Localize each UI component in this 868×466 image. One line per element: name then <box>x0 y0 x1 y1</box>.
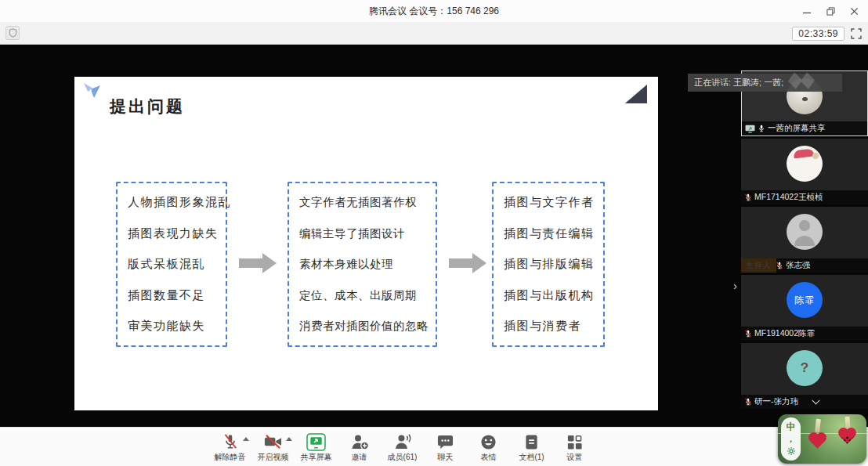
heart-decoration <box>840 429 854 443</box>
toolbar-label: 解除静音 <box>215 452 246 463</box>
problem-box-3: 插图与文字作者 插图与责任编辑 插图与排版编辑 插图与出版机构 插图与消费者 <box>492 182 605 347</box>
toolbar-label: 聊天 <box>438 452 454 463</box>
slide-logo-icon <box>81 81 103 104</box>
toolbar-label: 邀请 <box>352 452 367 463</box>
video-tile[interactable]: ? 研一-张力玮 <box>741 343 868 409</box>
speaking-banner-text: 正在讲话: 王鹏涛; 一茜; <box>694 77 783 89</box>
video-tile[interactable]: 陈霏 MF1914002陈霏 <box>741 275 868 341</box>
video-tile-host[interactable]: 主持人 张志强 <box>741 207 868 273</box>
window-title: 腾讯会议 会议号：156 746 296 <box>369 5 499 18</box>
participant-name: 研一-张力玮 <box>754 396 798 407</box>
box-item: 审美功能缺失 <box>128 319 226 334</box>
participant-name: MF1914002陈霏 <box>754 328 815 339</box>
mic-on-icon <box>758 124 765 133</box>
speaking-banner: 正在讲话: 王鹏涛; 一茜; <box>688 74 842 92</box>
ime-settings-gear-icon[interactable] <box>787 446 796 456</box>
window-controls <box>801 0 863 22</box>
clothespin-decoration <box>815 419 821 433</box>
problem-box-2: 文字作者无插图著作权 编辑主导了插图设计 素材本身难以处理 定位、成本、出版周期… <box>288 182 437 347</box>
expand-list-chevron[interactable] <box>812 397 820 405</box>
settings-icon <box>566 434 583 450</box>
restore-button[interactable] <box>824 5 837 17</box>
box-item: 编辑主导了插图设计 <box>299 226 436 241</box>
members-icon <box>393 433 412 450</box>
video-sidebar: 一茜的屏幕共享 MF1714022王桢桢 主持人 张志强 陈霏 <box>741 70 868 409</box>
toolbar-label: 开启视频 <box>258 452 289 463</box>
ime-mode-button[interactable]: 中 <box>787 422 796 432</box>
slide-title: 提出问题 <box>110 96 185 117</box>
invite-icon <box>350 433 369 450</box>
box-item: 消费者对插图价值的忽略 <box>299 319 436 334</box>
toolbar-item-emoji[interactable]: 表情 <box>467 428 510 466</box>
screen-share-icon <box>745 125 755 133</box>
close-button[interactable] <box>848 5 860 17</box>
toolbar-label: 表情 <box>481 452 497 463</box>
fullscreen-button[interactable] <box>851 28 862 39</box>
box-item: 定位、成本、出版周期 <box>299 288 436 303</box>
security-button[interactable] <box>5 26 20 40</box>
box-item: 插图与排版编辑 <box>504 257 603 272</box>
shield-icon <box>9 28 17 38</box>
box-item: 素材本身难以处理 <box>299 257 436 272</box>
ime-punctuation-button[interactable]: ， <box>787 435 795 443</box>
participant-name: MF1714022王桢桢 <box>754 192 823 203</box>
window-titlebar: 腾讯会议 会议号：156 746 296 <box>0 0 868 22</box>
box-item: 插图数量不足 <box>128 288 226 303</box>
toolbar-item-invite[interactable]: 邀请 <box>338 428 381 466</box>
participant-avatar: ? <box>787 350 823 386</box>
restore-icon <box>826 7 835 16</box>
meeting-timer: 02:33:59 <box>792 27 844 41</box>
fullscreen-icon <box>851 28 862 39</box>
toolbar-item-settings[interactable]: 设置 <box>553 428 596 466</box>
problem-box-1: 人物插图形象混乱 插图表现力缺失 版式呆板混乱 插图数量不足 审美功能缺失 <box>116 182 227 347</box>
meeting-window: 腾讯会议 会议号：156 746 296 02:33:59 <box>0 0 868 466</box>
minimize-icon <box>802 6 812 16</box>
participant-name: 一茜的屏幕共享 <box>768 123 826 134</box>
collapse-sidebar-chevron[interactable]: › <box>733 280 737 291</box>
toolbar-label: 设置 <box>567 452 583 463</box>
video-tile[interactable]: MF1714022王桢桢 <box>741 139 868 204</box>
shared-slide: 提出问题 人物插图形象混乱 插图表现力缺失 版式呆板混乱 插图数量不足 审美功能… <box>74 77 658 410</box>
mic-muted-icon <box>744 397 752 406</box>
slide-corner-decoration <box>625 85 647 103</box>
toolbar-label: 成员(61) <box>388 452 418 463</box>
caret-up-icon[interactable] <box>286 437 292 441</box>
stage: 提出问题 人物插图形象混乱 插图表现力缺失 版式呆板混乱 插图数量不足 审美功能… <box>0 45 868 427</box>
arrow-right-icon <box>449 253 488 273</box>
meeting-topbar: 02:33:59 <box>0 22 868 45</box>
toolbar-item-share-screen[interactable]: 共享屏幕 <box>295 428 338 466</box>
close-icon <box>850 7 859 16</box>
mic-muted-icon <box>776 261 783 270</box>
toolbar-item-start-video[interactable]: 开启视频 <box>251 428 295 466</box>
box-item: 插图与消费者 <box>504 319 603 334</box>
heart-decoration <box>810 434 824 448</box>
chat-icon <box>436 434 454 450</box>
toolbar-label: 共享屏幕 <box>301 452 332 463</box>
box-item: 插图与出版机构 <box>504 288 603 303</box>
participant-avatar <box>787 146 823 182</box>
toolbar-item-chat[interactable]: 聊天 <box>424 428 467 466</box>
mic-muted-icon <box>222 433 239 450</box>
watermark <box>790 75 813 86</box>
participant-avatar: 陈霏 <box>787 282 823 318</box>
participant-avatar <box>787 214 823 250</box>
toolbar-item-docs[interactable]: 文档(1) <box>510 428 553 466</box>
box-item: 插图与文字作者 <box>504 195 603 210</box>
arrow-right-icon <box>239 253 278 273</box>
toolbar-item-unmute[interactable]: 解除静音 <box>208 428 251 466</box>
caret-up-icon[interactable] <box>243 437 249 441</box>
ime-toolbar: 中 ， <box>781 417 801 461</box>
box-item: 人物插图形象混乱 <box>128 195 226 210</box>
mic-muted-icon <box>744 329 752 338</box>
emoji-icon <box>480 434 497 450</box>
ime-widget[interactable]: 中 ， <box>778 414 866 464</box>
box-item: 插图表现力缺失 <box>128 226 226 241</box>
minimize-button[interactable] <box>801 5 813 17</box>
bottom-toolbar: 解除静音 开启视频 共享屏幕 邀请 <box>0 427 868 466</box>
box-item: 插图与责任编辑 <box>504 226 603 241</box>
toolbar-item-members[interactable]: 成员(61) <box>381 428 424 466</box>
share-screen-icon <box>306 433 326 451</box>
box-item: 文字作者无插图著作权 <box>299 195 436 210</box>
mic-muted-icon <box>744 193 752 202</box>
toolbar-label: 文档(1) <box>519 452 544 463</box>
